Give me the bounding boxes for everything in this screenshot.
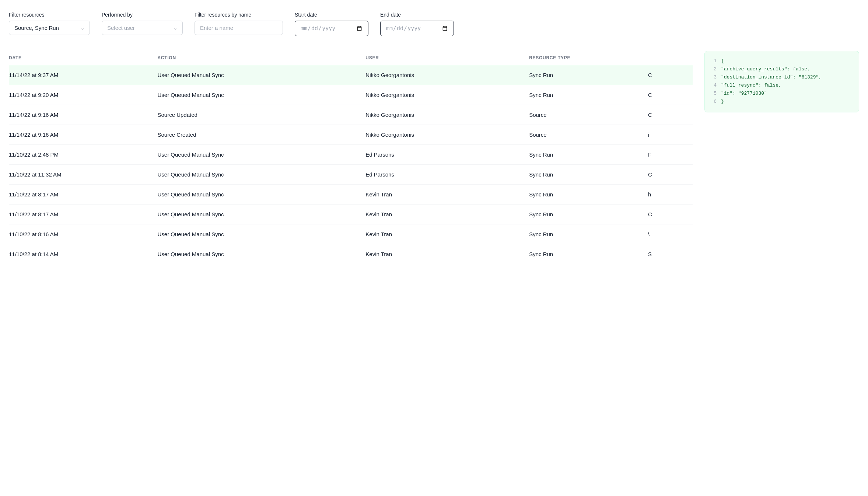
cell-user: Nikko Georgantonis [365, 125, 529, 145]
start-date-group: Start date [295, 12, 368, 36]
chevron-down-icon: ⌄ [81, 25, 84, 31]
cell-action: User Queued Manual Sync [157, 244, 365, 264]
cell-extra: C [648, 105, 693, 125]
cell-action: Source Created [157, 125, 365, 145]
end-date-label: End date [380, 12, 454, 18]
cell-date: 11/10/22 at 8:16 AM [9, 224, 157, 244]
filter-bar: Filter resources Source, Sync Run ⌄ Perf… [9, 12, 859, 36]
cell-action: User Queued Manual Sync [157, 65, 365, 85]
cell-user: Kevin Tran [365, 205, 529, 224]
performed-by-label: Performed by [102, 12, 183, 18]
start-date-input[interactable] [295, 21, 368, 36]
json-panel: 1{2 "archive_query_results": false,3 "de… [704, 51, 859, 112]
json-line-number: 3 [711, 73, 717, 81]
cell-action: User Queued Manual Sync [157, 165, 365, 185]
performed-by-placeholder: Select user [107, 25, 135, 31]
main-content: DATE ACTION USER RESOURCE TYPE 11/14/22 … [9, 51, 859, 264]
table-row[interactable]: 11/14/22 at 9:16 AMSource UpdatedNikko G… [9, 105, 693, 125]
filter-by-name-label: Filter resources by name [195, 12, 283, 18]
cell-action: User Queued Manual Sync [157, 85, 365, 105]
col-header-extra [648, 51, 693, 65]
filter-resources-select[interactable]: Source, Sync Run ⌄ [9, 21, 90, 35]
cell-extra: C [648, 85, 693, 105]
cell-extra: h [648, 185, 693, 205]
filter-resources-label: Filter resources [9, 12, 90, 18]
cell-extra: i [648, 125, 693, 145]
json-line: 1{ [711, 57, 853, 65]
col-header-resource-type: RESOURCE TYPE [529, 51, 648, 65]
table-header: DATE ACTION USER RESOURCE TYPE [9, 51, 693, 65]
cell-action: User Queued Manual Sync [157, 185, 365, 205]
col-header-action: ACTION [157, 51, 365, 65]
json-line-number: 1 [711, 57, 717, 65]
cell-user: Nikko Georgantonis [365, 85, 529, 105]
col-header-user: USER [365, 51, 529, 65]
cell-date: 11/14/22 at 9:16 AM [9, 125, 157, 145]
table-row[interactable]: 11/10/22 at 11:32 AMUser Queued Manual S… [9, 165, 693, 185]
cell-date: 11/10/22 at 8:17 AM [9, 205, 157, 224]
performed-by-group: Performed by Select user ⌄ [102, 12, 183, 35]
cell-resource-type: Sync Run [529, 65, 648, 85]
table-row[interactable]: 11/10/22 at 8:16 AMUser Queued Manual Sy… [9, 224, 693, 244]
end-date-group: End date [380, 12, 454, 36]
filter-resources-value: Source, Sync Run [14, 25, 59, 31]
cell-extra: C [648, 205, 693, 224]
cell-user: Ed Parsons [365, 145, 529, 165]
table-row[interactable]: 11/14/22 at 9:37 AMUser Queued Manual Sy… [9, 65, 693, 85]
cell-date: 11/10/22 at 11:32 AM [9, 165, 157, 185]
table-row[interactable]: 11/14/22 at 9:20 AMUser Queued Manual Sy… [9, 85, 693, 105]
json-line: 4 "full_resync": false, [711, 81, 853, 90]
cell-resource-type: Sync Run [529, 165, 648, 185]
table-body: 11/14/22 at 9:37 AMUser Queued Manual Sy… [9, 65, 693, 264]
json-line: 2 "archive_query_results": false, [711, 65, 853, 73]
end-date-input[interactable] [380, 21, 454, 36]
cell-action: User Queued Manual Sync [157, 205, 365, 224]
cell-user: Kevin Tran [365, 185, 529, 205]
cell-resource-type: Sync Run [529, 224, 648, 244]
cell-resource-type: Sync Run [529, 244, 648, 264]
json-line-number: 4 [711, 81, 717, 90]
table-row[interactable]: 11/10/22 at 8:14 AMUser Queued Manual Sy… [9, 244, 693, 264]
json-line-content: "id": "92771030" [721, 90, 767, 98]
filter-by-name-input[interactable] [195, 21, 283, 35]
cell-action: User Queued Manual Sync [157, 224, 365, 244]
page-container: Filter resources Source, Sync Run ⌄ Perf… [0, 0, 868, 276]
cell-extra: C [648, 165, 693, 185]
json-line: 6} [711, 98, 853, 106]
filter-resources-group: Filter resources Source, Sync Run ⌄ [9, 12, 90, 35]
table-container: DATE ACTION USER RESOURCE TYPE 11/14/22 … [9, 51, 693, 264]
start-date-label: Start date [295, 12, 368, 18]
cell-resource-type: Sync Run [529, 205, 648, 224]
cell-date: 11/14/22 at 9:37 AM [9, 65, 157, 85]
json-line-content: { [721, 57, 724, 65]
json-line-content: "destination_instance_id": "61329", [721, 73, 822, 81]
performed-by-select[interactable]: Select user ⌄ [102, 21, 183, 35]
cell-extra: C [648, 65, 693, 85]
cell-resource-type: Sync Run [529, 185, 648, 205]
cell-user: Nikko Georgantonis [365, 105, 529, 125]
json-line-number: 6 [711, 98, 717, 106]
chevron-down-icon: ⌄ [174, 25, 177, 31]
json-line-content: "full_resync": false, [721, 81, 781, 90]
cell-date: 11/10/22 at 8:17 AM [9, 185, 157, 205]
col-header-date: DATE [9, 51, 157, 65]
cell-user: Kevin Tran [365, 244, 529, 264]
cell-date: 11/14/22 at 9:16 AM [9, 105, 157, 125]
cell-resource-type: Source [529, 105, 648, 125]
cell-date: 11/10/22 at 8:14 AM [9, 244, 157, 264]
table-row[interactable]: 11/14/22 at 9:16 AMSource CreatedNikko G… [9, 125, 693, 145]
json-line: 5 "id": "92771030" [711, 90, 853, 98]
cell-user: Kevin Tran [365, 224, 529, 244]
table-row[interactable]: 11/10/22 at 8:17 AMUser Queued Manual Sy… [9, 185, 693, 205]
table-row[interactable]: 11/10/22 at 2:48 PMUser Queued Manual Sy… [9, 145, 693, 165]
cell-extra: S [648, 244, 693, 264]
cell-resource-type: Source [529, 125, 648, 145]
json-line-content: "archive_query_results": false, [721, 65, 810, 73]
cell-action: Source Updated [157, 105, 365, 125]
json-line-number: 5 [711, 90, 717, 98]
table-row[interactable]: 11/10/22 at 8:17 AMUser Queued Manual Sy… [9, 205, 693, 224]
cell-extra: \ [648, 224, 693, 244]
cell-action: User Queued Manual Sync [157, 145, 365, 165]
cell-user: Ed Parsons [365, 165, 529, 185]
cell-date: 11/10/22 at 2:48 PM [9, 145, 157, 165]
